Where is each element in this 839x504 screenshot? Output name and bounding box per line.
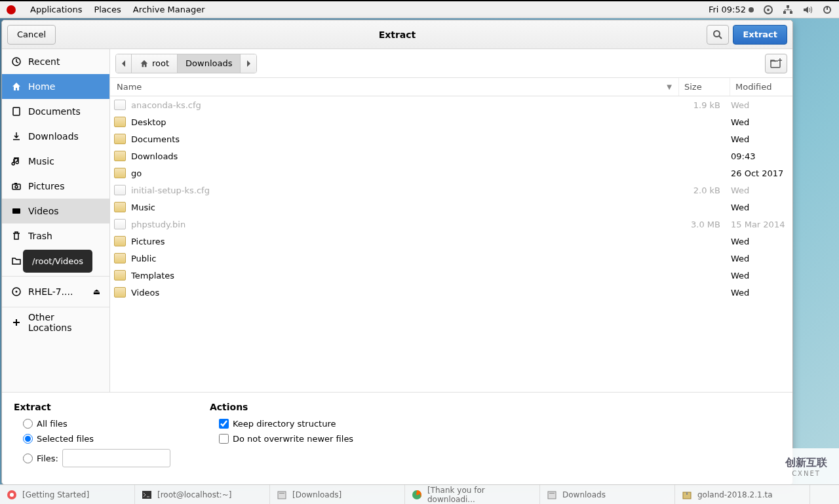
file-modified: Wed bbox=[726, 288, 789, 298]
taskbar-item[interactable]: [Getting Started] bbox=[0, 485, 135, 504]
taskbar-item[interactable]: [Downloads] bbox=[270, 485, 405, 504]
svg-rect-21 bbox=[142, 491, 151, 499]
file-row[interactable]: initial-setup-ks.cfg2.0 kBWed bbox=[110, 182, 792, 199]
new-folder-button[interactable] bbox=[765, 54, 787, 73]
folder-icon bbox=[11, 256, 22, 266]
actions-heading: Actions bbox=[210, 402, 353, 412]
home-icon bbox=[11, 81, 22, 92]
path-back-button[interactable] bbox=[116, 54, 132, 73]
file-row[interactable]: VideosWed bbox=[110, 284, 792, 301]
files-pattern-input[interactable] bbox=[62, 449, 170, 467]
file-modified: Wed bbox=[726, 100, 789, 110]
watermark: 创新互联 CXNET bbox=[773, 448, 839, 484]
folder-icon bbox=[114, 134, 126, 144]
sidebar-item-pictures[interactable]: Pictures bbox=[2, 174, 109, 199]
taskbar-label: [root@localhost:~] bbox=[157, 490, 231, 499]
label-keep-structure: Keep directory structure bbox=[233, 419, 336, 429]
file-name: Documents bbox=[131, 134, 674, 144]
sidebar-item-home[interactable]: Home bbox=[2, 74, 109, 99]
search-button[interactable] bbox=[707, 25, 729, 45]
sidebar-item-documents[interactable]: Documents bbox=[2, 99, 109, 124]
topbar-appname[interactable]: Archive Manager bbox=[133, 5, 205, 14]
sidebar-item-label: Documents bbox=[28, 106, 81, 117]
taskbar-item[interactable]: goland-2018.2.1.ta bbox=[675, 485, 810, 504]
svg-rect-4 bbox=[790, 11, 792, 14]
dialog-header: Cancel Extract Extract bbox=[2, 20, 792, 49]
sidebar-other-locations[interactable]: Other Locations bbox=[2, 310, 109, 335]
file-row[interactable]: DocumentsWed bbox=[110, 130, 792, 147]
topbar-applications[interactable]: Applications bbox=[30, 5, 82, 14]
new-folder-icon bbox=[770, 58, 782, 69]
column-name[interactable]: Name▼ bbox=[110, 78, 678, 96]
file-row[interactable]: DesktopWed bbox=[110, 113, 792, 130]
file-icon bbox=[114, 100, 126, 110]
radio-files[interactable] bbox=[23, 454, 33, 463]
file-row[interactable]: MusicWed bbox=[110, 199, 792, 216]
file-list[interactable]: anaconda-ks.cfg1.9 kBWedDesktopWedDocume… bbox=[110, 96, 792, 392]
column-modified[interactable]: Modified bbox=[730, 78, 792, 96]
sidebar-item-recent[interactable]: Recent bbox=[2, 49, 109, 74]
file-modified: 15 Mar 2014 bbox=[726, 220, 789, 229]
file-icon bbox=[114, 219, 126, 229]
trash-icon bbox=[11, 231, 22, 241]
file-row[interactable]: PublicWed bbox=[110, 250, 792, 267]
dialog-title: Extract bbox=[2, 29, 792, 40]
path-forward-button[interactable] bbox=[241, 54, 256, 73]
svg-rect-14 bbox=[12, 208, 20, 214]
sidebar-item-label: Videos bbox=[28, 206, 59, 216]
checkbox-keep-structure[interactable] bbox=[219, 419, 229, 429]
sidebar-item-label: RHEL-7.... bbox=[28, 286, 73, 297]
volume-icon[interactable] bbox=[802, 5, 813, 15]
file-row[interactable]: go26 Oct 2017 bbox=[110, 165, 792, 182]
network-icon[interactable] bbox=[783, 5, 793, 15]
file-name: Videos bbox=[131, 288, 674, 298]
sidebar-item-trash[interactable]: Trash bbox=[2, 223, 109, 248]
updates-icon[interactable] bbox=[763, 5, 773, 15]
label-no-overwrite: Do not overwrite newer files bbox=[233, 434, 353, 444]
file-row[interactable]: anaconda-ks.cfg1.9 kBWed bbox=[110, 96, 792, 113]
places-sidebar: RecentHomeDocumentsDownloadsMusicPicture… bbox=[2, 49, 110, 392]
folder-icon bbox=[114, 202, 126, 212]
svg-point-20 bbox=[10, 493, 14, 497]
sidebar-item-label: Home bbox=[28, 81, 55, 92]
extract-button[interactable]: Extract bbox=[733, 25, 787, 45]
file-row[interactable]: Downloads09:43 bbox=[110, 147, 792, 165]
taskbar-label: [Downloads] bbox=[292, 490, 341, 499]
cancel-button[interactable]: Cancel bbox=[7, 25, 56, 45]
path-root[interactable]: root bbox=[132, 54, 178, 73]
svg-point-12 bbox=[15, 185, 18, 188]
path-downloads[interactable]: Downloads bbox=[178, 54, 241, 73]
folder-icon bbox=[114, 287, 126, 298]
topbar-time[interactable]: Fri 09:52 bbox=[709, 5, 754, 14]
file-row[interactable]: PicturesWed bbox=[110, 233, 792, 250]
sidebar-item-label: Recent bbox=[28, 56, 60, 67]
folder-icon bbox=[114, 151, 126, 161]
sidebar-item-label: Music bbox=[28, 156, 54, 166]
sidebar-item-music[interactable]: Music bbox=[2, 149, 109, 174]
power-icon[interactable] bbox=[822, 5, 832, 15]
file-name: phpstudy.bin bbox=[131, 220, 674, 229]
search-icon bbox=[712, 29, 723, 40]
eject-icon[interactable]: ⏏ bbox=[93, 287, 100, 296]
file-row[interactable]: TemplatesWed bbox=[110, 267, 792, 284]
taskbar-item[interactable]: [root@localhost:~] bbox=[135, 485, 270, 504]
file-row[interactable]: phpstudy.bin3.0 MB15 Mar 2014 bbox=[110, 216, 792, 233]
taskbar-item[interactable]: Downloads bbox=[540, 485, 675, 504]
sidebar-item-videos[interactable]: Videos bbox=[2, 199, 109, 223]
svg-rect-25 bbox=[548, 492, 556, 499]
svg-rect-11 bbox=[12, 184, 20, 189]
gnome-topbar: Applications Places Archive Manager Fri … bbox=[0, 0, 839, 18]
camera-icon bbox=[11, 181, 22, 191]
file-name: Downloads bbox=[131, 151, 674, 161]
radio-all-files[interactable] bbox=[23, 419, 33, 429]
file-name: Templates bbox=[131, 271, 674, 281]
sidebar-item-downloads[interactable]: Downloads bbox=[2, 124, 109, 149]
radio-selected-files[interactable] bbox=[23, 434, 33, 444]
checkbox-no-overwrite[interactable] bbox=[219, 434, 229, 444]
column-size[interactable]: Size bbox=[678, 78, 730, 96]
home-icon bbox=[140, 59, 149, 68]
sidebar-device-rhel[interactable]: RHEL-7....⏏ bbox=[2, 279, 109, 304]
topbar-places[interactable]: Places bbox=[94, 5, 121, 14]
taskbar-item[interactable]: [Thank you for downloadi... bbox=[405, 485, 540, 504]
file-size: 1.9 kB bbox=[674, 100, 726, 110]
